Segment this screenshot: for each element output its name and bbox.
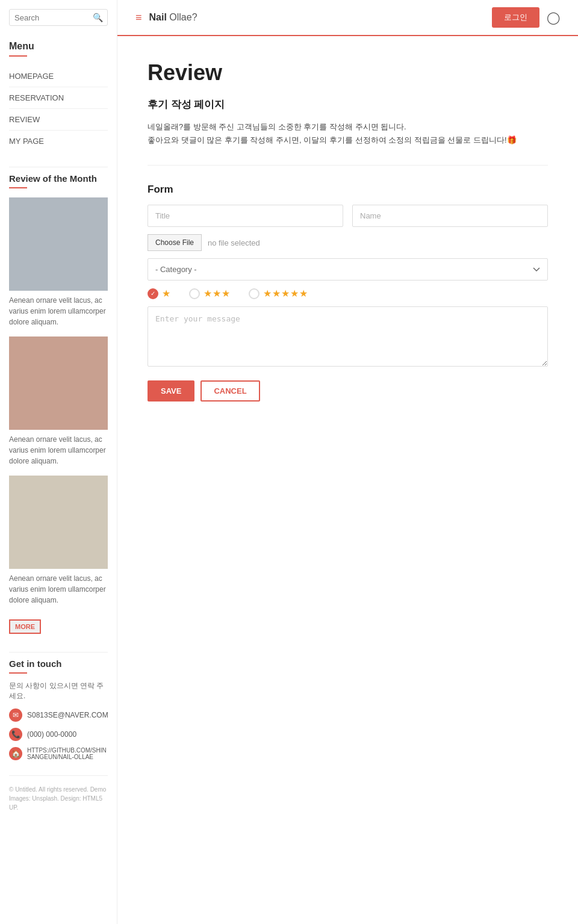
page-title: Review [148, 60, 548, 85]
page-divider [148, 165, 548, 166]
rating-5-stars: ★★★★★ [263, 288, 308, 299]
review-section-title: Review of the Month [9, 173, 108, 184]
review-card-1: Aenean ornare velit lacus, ac varius eni… [9, 197, 108, 327]
header: ≡ Nail Ollae? 로그인 ◯ [117, 0, 578, 36]
get-in-touch-underline [9, 672, 27, 674]
review-card-3: Aenean ornare velit lacus, ac varius eni… [9, 476, 108, 606]
file-choose-button[interactable]: Choose File [148, 234, 202, 251]
header-left: ≡ Nail Ollae? [135, 11, 197, 24]
name-input[interactable] [352, 205, 548, 227]
menu-title: Menu [9, 41, 108, 52]
sidebar-footer: © Untitled. All rights reserved. Demo Im… [9, 775, 108, 812]
footer-text: © Untitled. All rights reserved. Demo Im… [9, 785, 108, 812]
category-select[interactable]: - Category - 네일 아트 젤 네일 네일 케어 [148, 258, 548, 281]
rating-row: ★ ★★★ ★★★★★ [148, 288, 548, 299]
page-subtitle: 후기 작성 페이지 [148, 98, 548, 111]
sidebar-item-mypage[interactable]: MY PAGE [9, 131, 108, 152]
page-body: Review 후기 작성 페이지 네일올래?를 방문해 주신 고객님들의 소중한… [117, 36, 578, 426]
sidebar-nav: HOMEPAGE RESERVATION REVIEW MY PAGE [9, 66, 108, 152]
form-buttons: SAVE CANCEL [148, 380, 548, 402]
instagram-icon[interactable]: ◯ [547, 10, 560, 25]
phone-text: (000) 000-0000 [27, 730, 76, 739]
page-description: 네일올래?를 방문해 주신 고객님들의 소중한 후기를 작성해 주시면 됩니다.… [148, 120, 548, 147]
rating-1-radio[interactable] [148, 288, 158, 299]
header-logo: Nail Ollae? [149, 12, 197, 23]
rating-3-radio[interactable] [189, 288, 200, 299]
file-name-label: no file selected [208, 238, 260, 247]
rating-5-option[interactable]: ★★★★★ [249, 288, 308, 299]
search-bar: 🔍 [9, 9, 108, 26]
message-textarea[interactable] [148, 306, 548, 367]
review-card-2: Aenean ornare velit lacus, ac varius eni… [9, 336, 108, 467]
sidebar-item-homepage[interactable]: HOMEPAGE [9, 66, 108, 87]
menu-section: Menu HOMEPAGE RESERVATION REVIEW MY PAGE [9, 41, 108, 152]
main-content: ≡ Nail Ollae? 로그인 ◯ Review 후기 작성 페이지 네일올… [117, 0, 578, 924]
website-text: HTTPS://GITHUB.COM/SHINSANGEUN/NAIL-OLLA… [27, 747, 108, 760]
sidebar-item-reservation[interactable]: RESERVATION [9, 87, 108, 109]
header-right: 로그인 ◯ [492, 7, 560, 28]
file-upload-row: Choose File no file selected [148, 234, 548, 251]
logo-bold: Nail [149, 12, 167, 22]
cancel-button[interactable]: CANCEL [200, 380, 259, 402]
hamburger-icon[interactable]: ≡ [135, 11, 142, 24]
form-title-name-row [148, 205, 548, 227]
phone-item: 📞 (000) 000-0000 [9, 728, 108, 741]
description-line1: 네일올래?를 방문해 주신 고객님들의 소중한 후기를 작성해 주시면 됩니다. [148, 120, 548, 134]
review-card-image-3 [9, 476, 108, 569]
get-in-touch-desc: 문의 사항이 있으시면 연락 주세요. [9, 681, 108, 701]
rating-3-option[interactable]: ★★★ [189, 288, 231, 299]
review-card-text-1: Aenean ornare velit lacus, ac varius eni… [9, 295, 108, 327]
rating-1-option[interactable]: ★ [148, 288, 171, 299]
description-line2: 좋아요와 댓글이 많은 후기를 작성해 주시면, 이달의 후기를 선정하여 소정… [148, 134, 548, 147]
get-in-touch-section: Get in touch 문의 사항이 있으시면 연락 주세요. ✉ S0813… [9, 652, 108, 760]
phone-icon: 📞 [9, 728, 22, 741]
menu-underline [9, 55, 27, 57]
rating-1-stars: ★ [162, 288, 171, 299]
form-section-title: Form [148, 184, 548, 196]
title-input[interactable] [148, 205, 343, 227]
review-card-text-3: Aenean ornare velit lacus, ac varius eni… [9, 573, 108, 606]
email-item: ✉ S0813SE@NAVER.COM [9, 709, 108, 722]
sidebar-item-review[interactable]: REVIEW [9, 109, 108, 131]
email-icon: ✉ [9, 709, 22, 722]
save-button[interactable]: SAVE [148, 380, 194, 402]
email-text: S0813SE@NAVER.COM [27, 711, 108, 719]
rating-3-stars: ★★★ [204, 288, 231, 299]
sidebar: 🔍 Menu HOMEPAGE RESERVATION REVIEW MY PA… [0, 0, 117, 924]
search-icon: 🔍 [93, 13, 103, 22]
search-input[interactable] [14, 13, 93, 22]
review-underline [9, 187, 27, 188]
review-section: Review of the Month Aenean ornare velit … [9, 167, 108, 634]
website-icon: 🏠 [9, 747, 22, 760]
login-button[interactable]: 로그인 [492, 7, 539, 28]
review-card-text-2: Aenean ornare velit lacus, ac varius eni… [9, 434, 108, 467]
more-button[interactable]: MORE [9, 619, 41, 634]
logo-normal: Ollae? [169, 12, 197, 22]
rating-5-radio[interactable] [249, 288, 259, 299]
review-card-image-2 [9, 336, 108, 430]
website-item: 🏠 HTTPS://GITHUB.COM/SHINSANGEUN/NAIL-OL… [9, 747, 108, 760]
review-card-image-1 [9, 197, 108, 291]
get-in-touch-title: Get in touch [9, 659, 108, 669]
